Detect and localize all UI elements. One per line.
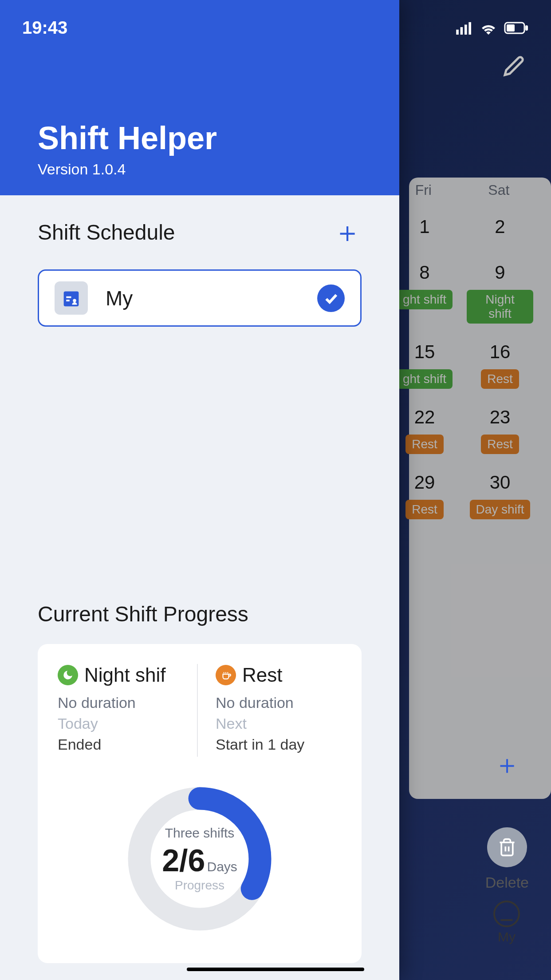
status-bar: 19:43 bbox=[0, 18, 551, 38]
svg-rect-1 bbox=[460, 27, 463, 35]
svg-rect-2 bbox=[464, 24, 467, 35]
shift-status: Ended bbox=[58, 736, 184, 753]
shift-status: Start in 1 day bbox=[216, 736, 342, 753]
face-icon bbox=[493, 901, 520, 927]
svg-rect-5 bbox=[507, 24, 515, 32]
shift-duration: No duration bbox=[216, 694, 342, 711]
shift-name: Rest bbox=[242, 664, 282, 686]
svg-rect-6 bbox=[525, 25, 528, 31]
svg-rect-9 bbox=[66, 300, 70, 301]
schedule-name: My bbox=[106, 286, 133, 310]
svg-rect-3 bbox=[468, 22, 471, 34]
calendar-person-icon bbox=[55, 281, 88, 315]
signal-icon bbox=[456, 21, 473, 35]
progress-card: Night shif No duration Today Ended Rest bbox=[38, 644, 362, 963]
shift-timing: Today bbox=[58, 715, 184, 732]
shift-duration: No duration bbox=[58, 694, 184, 711]
shift-name: Night shif bbox=[84, 664, 165, 686]
progress-ring: Three shifts 2/6 Days Progress bbox=[124, 783, 275, 934]
app-title: Shift Helper bbox=[38, 120, 362, 156]
schedule-section: Shift Schedule ＋ My bbox=[0, 195, 399, 344]
ring-unit: Days bbox=[207, 859, 237, 874]
delete-label: Delete bbox=[485, 874, 529, 891]
schedule-item[interactable]: My bbox=[38, 269, 362, 327]
ring-bottom-label: Progress bbox=[162, 878, 237, 893]
next-shift-col: Rest No duration Next Start in 1 day bbox=[198, 664, 344, 757]
wifi-icon bbox=[480, 21, 497, 35]
delete-button[interactable]: Delete bbox=[485, 827, 529, 891]
cup-icon bbox=[216, 665, 236, 685]
svg-rect-8 bbox=[66, 296, 71, 298]
status-time: 19:43 bbox=[22, 18, 67, 38]
svg-rect-0 bbox=[456, 29, 459, 34]
check-icon bbox=[317, 285, 345, 312]
shift-timing: Next bbox=[216, 715, 342, 732]
battery-icon bbox=[504, 22, 529, 34]
current-shift-col: Night shif No duration Today Ended bbox=[55, 664, 198, 757]
add-icon[interactable]: ＋ bbox=[494, 747, 520, 783]
svg-point-10 bbox=[73, 299, 76, 302]
progress-section-title: Current Shift Progress bbox=[38, 602, 362, 626]
edit-icon[interactable] bbox=[503, 55, 524, 79]
add-schedule-button[interactable]: ＋ bbox=[333, 213, 362, 252]
schedule-section-title: Shift Schedule bbox=[38, 220, 175, 245]
ring-current: 2 bbox=[162, 843, 179, 878]
my-tab-label: My bbox=[498, 929, 516, 944]
progress-section: Current Shift Progress Night shif No dur… bbox=[0, 602, 399, 980]
home-indicator[interactable] bbox=[187, 968, 364, 971]
ring-top-label: Three shifts bbox=[162, 826, 237, 841]
app-version: Version 1.0.4 bbox=[38, 161, 362, 178]
side-drawer: Shift Helper Version 1.0.4 Shift Schedul… bbox=[0, 0, 399, 980]
ring-sep: / bbox=[179, 843, 188, 878]
ring-total: 6 bbox=[188, 843, 205, 878]
my-tab[interactable]: My bbox=[493, 901, 520, 944]
moon-icon bbox=[58, 665, 78, 685]
